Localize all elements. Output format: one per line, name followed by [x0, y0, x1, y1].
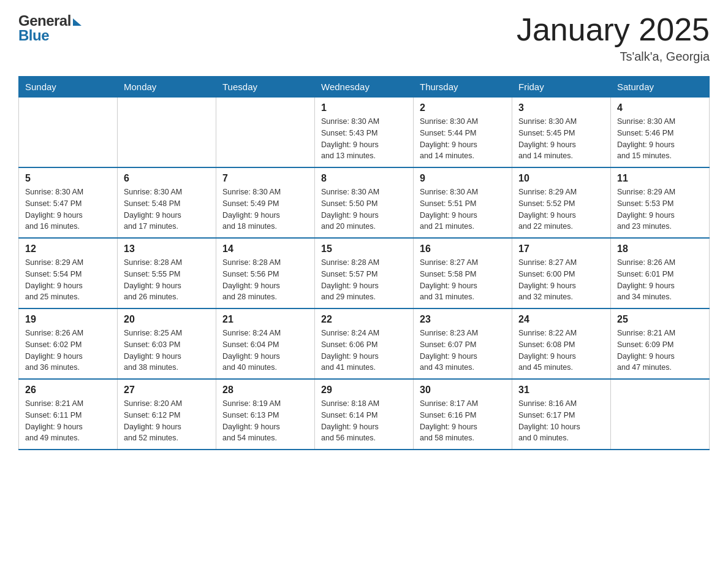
- day-info: Sunrise: 8:30 AM Sunset: 5:50 PM Dayligh…: [321, 186, 407, 232]
- day-info: Sunrise: 8:28 AM Sunset: 5:56 PM Dayligh…: [222, 257, 308, 303]
- calendar-cell: 4Sunrise: 8:30 AM Sunset: 5:46 PM Daylig…: [611, 98, 710, 168]
- calendar-week-3: 12Sunrise: 8:29 AM Sunset: 5:54 PM Dayli…: [19, 238, 710, 308]
- day-number: 10: [518, 173, 604, 184]
- calendar-cell: 11Sunrise: 8:29 AM Sunset: 5:53 PM Dayli…: [611, 167, 710, 238]
- day-info: Sunrise: 8:30 AM Sunset: 5:51 PM Dayligh…: [420, 186, 506, 232]
- day-number: 13: [124, 243, 210, 255]
- day-number: 11: [617, 173, 703, 184]
- calendar-cell: [611, 379, 710, 450]
- day-number: 25: [617, 314, 703, 325]
- calendar-location: Ts'alk'a, Georgia: [517, 50, 710, 64]
- page-header: General Blue January 2025 Ts'alk'a, Geor…: [18, 12, 710, 64]
- day-number: 19: [25, 314, 111, 325]
- day-number: 21: [222, 314, 308, 325]
- calendar-cell: [118, 98, 216, 168]
- day-info: Sunrise: 8:30 AM Sunset: 5:46 PM Dayligh…: [617, 116, 703, 162]
- day-number: 12: [25, 243, 111, 255]
- calendar-week-2: 5Sunrise: 8:30 AM Sunset: 5:47 PM Daylig…: [19, 167, 710, 238]
- day-info: Sunrise: 8:22 AM Sunset: 6:08 PM Dayligh…: [518, 327, 604, 373]
- day-number: 4: [617, 102, 703, 113]
- day-number: 2: [420, 102, 506, 113]
- day-info: Sunrise: 8:24 AM Sunset: 6:06 PM Dayligh…: [321, 327, 407, 373]
- day-info: Sunrise: 8:26 AM Sunset: 6:01 PM Dayligh…: [617, 257, 703, 303]
- day-info: Sunrise: 8:30 AM Sunset: 5:43 PM Dayligh…: [321, 116, 407, 162]
- calendar-cell: 26Sunrise: 8:21 AM Sunset: 6:11 PM Dayli…: [19, 379, 118, 450]
- day-number: 24: [518, 314, 604, 325]
- day-info: Sunrise: 8:21 AM Sunset: 6:09 PM Dayligh…: [617, 327, 703, 373]
- calendar-header-tuesday: Tuesday: [216, 77, 315, 98]
- calendar-cell: 9Sunrise: 8:30 AM Sunset: 5:51 PM Daylig…: [414, 167, 512, 238]
- day-info: Sunrise: 8:27 AM Sunset: 6:00 PM Dayligh…: [518, 257, 604, 303]
- calendar-cell: 25Sunrise: 8:21 AM Sunset: 6:09 PM Dayli…: [611, 308, 710, 379]
- day-number: 31: [518, 385, 604, 396]
- calendar-header-wednesday: Wednesday: [315, 77, 414, 98]
- calendar-cell: 16Sunrise: 8:27 AM Sunset: 5:58 PM Dayli…: [414, 238, 512, 308]
- day-info: Sunrise: 8:29 AM Sunset: 5:54 PM Dayligh…: [25, 257, 111, 303]
- day-number: 8: [321, 173, 407, 184]
- calendar-header-monday: Monday: [118, 77, 216, 98]
- day-info: Sunrise: 8:20 AM Sunset: 6:12 PM Dayligh…: [124, 398, 210, 444]
- day-info: Sunrise: 8:18 AM Sunset: 6:14 PM Dayligh…: [321, 398, 407, 444]
- calendar-cell: 10Sunrise: 8:29 AM Sunset: 5:52 PM Dayli…: [512, 167, 611, 238]
- calendar-table: SundayMondayTuesdayWednesdayThursdayFrid…: [18, 76, 710, 450]
- calendar-header-saturday: Saturday: [611, 77, 710, 98]
- day-number: 16: [420, 243, 506, 255]
- day-number: 22: [321, 314, 407, 325]
- calendar-week-4: 19Sunrise: 8:26 AM Sunset: 6:02 PM Dayli…: [19, 308, 710, 379]
- calendar-cell: 20Sunrise: 8:25 AM Sunset: 6:03 PM Dayli…: [118, 308, 216, 379]
- calendar-cell: 31Sunrise: 8:16 AM Sunset: 6:17 PM Dayli…: [512, 379, 611, 450]
- calendar-cell: 13Sunrise: 8:28 AM Sunset: 5:55 PM Dayli…: [118, 238, 216, 308]
- day-info: Sunrise: 8:28 AM Sunset: 5:55 PM Dayligh…: [124, 257, 210, 303]
- calendar-cell: [216, 98, 315, 168]
- day-number: 1: [321, 102, 407, 113]
- calendar-header-row: SundayMondayTuesdayWednesdayThursdayFrid…: [19, 77, 710, 98]
- calendar-cell: 18Sunrise: 8:26 AM Sunset: 6:01 PM Dayli…: [611, 238, 710, 308]
- calendar-cell: 22Sunrise: 8:24 AM Sunset: 6:06 PM Dayli…: [315, 308, 414, 379]
- day-info: Sunrise: 8:16 AM Sunset: 6:17 PM Dayligh…: [518, 398, 604, 444]
- calendar-cell: 7Sunrise: 8:30 AM Sunset: 5:49 PM Daylig…: [216, 167, 315, 238]
- day-info: Sunrise: 8:29 AM Sunset: 5:53 PM Dayligh…: [617, 186, 703, 232]
- calendar-cell: 5Sunrise: 8:30 AM Sunset: 5:47 PM Daylig…: [19, 167, 118, 238]
- day-number: 15: [321, 243, 407, 255]
- calendar-cell: 15Sunrise: 8:28 AM Sunset: 5:57 PM Dayli…: [315, 238, 414, 308]
- day-number: 26: [25, 385, 111, 396]
- logo-blue-text: Blue: [18, 27, 49, 44]
- calendar-cell: 30Sunrise: 8:17 AM Sunset: 6:16 PM Dayli…: [414, 379, 512, 450]
- day-info: Sunrise: 8:19 AM Sunset: 6:13 PM Dayligh…: [222, 398, 308, 444]
- calendar-cell: 6Sunrise: 8:30 AM Sunset: 5:48 PM Daylig…: [118, 167, 216, 238]
- calendar-cell: 14Sunrise: 8:28 AM Sunset: 5:56 PM Dayli…: [216, 238, 315, 308]
- day-number: 9: [420, 173, 506, 184]
- day-number: 18: [617, 243, 703, 255]
- logo-arrow-icon: [73, 18, 82, 26]
- calendar-cell: 21Sunrise: 8:24 AM Sunset: 6:04 PM Dayli…: [216, 308, 315, 379]
- day-info: Sunrise: 8:30 AM Sunset: 5:44 PM Dayligh…: [420, 116, 506, 162]
- day-info: Sunrise: 8:29 AM Sunset: 5:52 PM Dayligh…: [518, 186, 604, 232]
- day-info: Sunrise: 8:28 AM Sunset: 5:57 PM Dayligh…: [321, 257, 407, 303]
- calendar-cell: 2Sunrise: 8:30 AM Sunset: 5:44 PM Daylig…: [414, 98, 512, 168]
- logo: General Blue: [18, 12, 82, 44]
- day-info: Sunrise: 8:23 AM Sunset: 6:07 PM Dayligh…: [420, 327, 506, 373]
- day-info: Sunrise: 8:27 AM Sunset: 5:58 PM Dayligh…: [420, 257, 506, 303]
- calendar-header-friday: Friday: [512, 77, 611, 98]
- day-info: Sunrise: 8:30 AM Sunset: 5:47 PM Dayligh…: [25, 186, 111, 232]
- day-number: 14: [222, 243, 308, 255]
- day-number: 20: [124, 314, 210, 325]
- calendar-cell: 3Sunrise: 8:30 AM Sunset: 5:45 PM Daylig…: [512, 98, 611, 168]
- day-info: Sunrise: 8:21 AM Sunset: 6:11 PM Dayligh…: [25, 398, 111, 444]
- day-info: Sunrise: 8:25 AM Sunset: 6:03 PM Dayligh…: [124, 327, 210, 373]
- day-info: Sunrise: 8:24 AM Sunset: 6:04 PM Dayligh…: [222, 327, 308, 373]
- day-number: 6: [124, 173, 210, 184]
- day-number: 29: [321, 385, 407, 396]
- calendar-header-thursday: Thursday: [414, 77, 512, 98]
- day-number: 7: [222, 173, 308, 184]
- day-info: Sunrise: 8:30 AM Sunset: 5:48 PM Dayligh…: [124, 186, 210, 232]
- day-info: Sunrise: 8:30 AM Sunset: 5:45 PM Dayligh…: [518, 116, 604, 162]
- day-number: 3: [518, 102, 604, 113]
- calendar-cell: [19, 98, 118, 168]
- day-number: 27: [124, 385, 210, 396]
- calendar-week-5: 26Sunrise: 8:21 AM Sunset: 6:11 PM Dayli…: [19, 379, 710, 450]
- calendar-cell: 28Sunrise: 8:19 AM Sunset: 6:13 PM Dayli…: [216, 379, 315, 450]
- calendar-cell: 29Sunrise: 8:18 AM Sunset: 6:14 PM Dayli…: [315, 379, 414, 450]
- day-info: Sunrise: 8:30 AM Sunset: 5:49 PM Dayligh…: [222, 186, 308, 232]
- calendar-cell: 23Sunrise: 8:23 AM Sunset: 6:07 PM Dayli…: [414, 308, 512, 379]
